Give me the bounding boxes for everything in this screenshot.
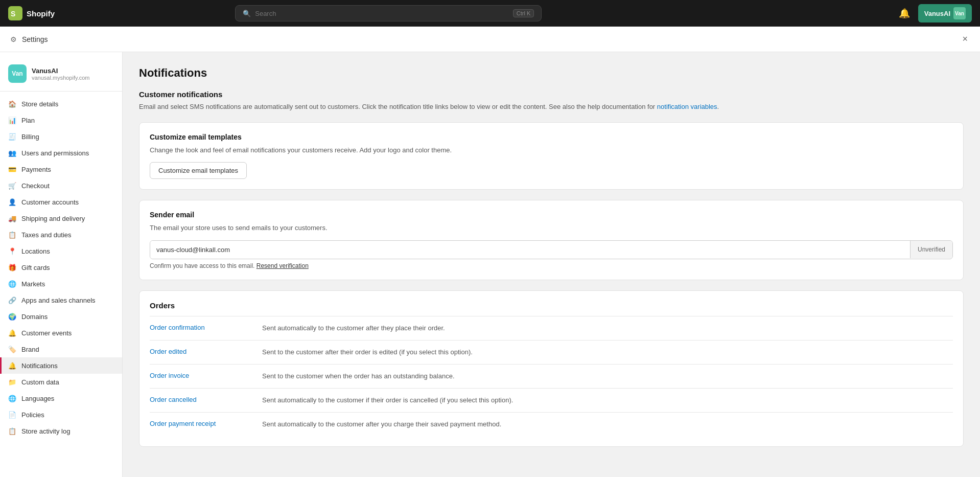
sidebar-item-languages[interactable]: 🌐 Languages bbox=[0, 390, 122, 406]
sidebar-item-plan[interactable]: 📊 Plan bbox=[0, 112, 122, 128]
resend-verification-link[interactable]: Resend verification bbox=[256, 262, 309, 269]
orders-section: Orders Order confirmation Sent automatic… bbox=[139, 290, 964, 447]
user-menu-button[interactable]: VanusAI Van bbox=[918, 4, 972, 22]
bell-icon: 🔔 bbox=[899, 8, 910, 18]
window-header: ⚙ Settings × bbox=[0, 27, 980, 52]
sidebar-item-brand[interactable]: 🏷️ Brand bbox=[0, 341, 122, 357]
domains-icon: 🌍 bbox=[8, 312, 16, 321]
svg-text:S: S bbox=[11, 10, 15, 18]
notifications-nav-icon: 🔔 bbox=[8, 361, 16, 370]
store-url: vanusal.myshopify.com bbox=[32, 75, 90, 81]
sidebar-item-customer-accounts[interactable]: 👤 Customer accounts bbox=[0, 194, 122, 210]
brand-icon: 🏷️ bbox=[8, 345, 16, 353]
close-button[interactable]: × bbox=[960, 34, 970, 44]
sidebar-item-billing[interactable]: 🧾 Billing bbox=[0, 128, 122, 145]
settings-gear-icon: ⚙ bbox=[10, 35, 17, 43]
search-shortcut-badge: Ctrl K bbox=[513, 9, 534, 17]
apps-icon: 🔗 bbox=[8, 296, 16, 304]
order-row-invoice: Order invoice Sent to the customer when … bbox=[150, 364, 953, 388]
sidebar-item-store-activity-log[interactable]: 📋 Store activity log bbox=[0, 423, 122, 439]
gift-cards-icon: 🎁 bbox=[8, 263, 16, 271]
users-icon: 👥 bbox=[8, 149, 16, 157]
policies-icon: 📄 bbox=[8, 411, 16, 419]
sidebar-item-locations[interactable]: 📍 Locations bbox=[0, 243, 122, 259]
customer-accounts-icon: 👤 bbox=[8, 198, 16, 206]
shopify-logo-icon: S bbox=[8, 6, 22, 20]
unverified-badge: Unverified bbox=[910, 241, 952, 258]
activity-log-icon: 📋 bbox=[8, 427, 16, 435]
plan-icon: 📊 bbox=[8, 116, 16, 124]
sidebar-item-payments[interactable]: 💳 Payments bbox=[0, 161, 122, 177]
order-row-edited: Order edited Sent to the customer after … bbox=[150, 340, 953, 364]
customer-notifications-heading: Customer notifications bbox=[139, 90, 964, 99]
customize-email-button[interactable]: Customize email templates bbox=[150, 162, 247, 179]
sidebar-item-gift-cards[interactable]: 🎁 Gift cards bbox=[0, 259, 122, 276]
sidebar-item-notifications[interactable]: 🔔 Notifications ④ bbox=[0, 357, 122, 374]
markets-icon: 🌐 bbox=[8, 280, 16, 288]
checkout-icon: 🛒 bbox=[8, 181, 16, 190]
email-input-wrapper: Unverified bbox=[150, 240, 953, 259]
sender-email-desc: The email your store uses to send emails… bbox=[150, 223, 953, 233]
order-cancelled-desc: Sent automatically to the customer if th… bbox=[262, 396, 513, 405]
order-confirmation-desc: Sent automatically to the customer after… bbox=[262, 324, 445, 333]
settings-window: ⚙ Settings × Van VanusAI vanusal.myshopi… bbox=[0, 27, 980, 477]
store-details: VanusAI vanusal.myshopify.com bbox=[32, 67, 90, 81]
order-edited-link[interactable]: Order edited bbox=[150, 348, 252, 355]
window-title: Settings bbox=[22, 35, 48, 43]
content-area: Van VanusAI vanusal.myshopify.com 🏠 Stor… bbox=[0, 52, 980, 477]
customer-notifications-desc: Email and select SMS notifications are a… bbox=[139, 102, 964, 112]
taxes-icon: 📋 bbox=[8, 231, 16, 239]
shopify-logo: S shopify bbox=[8, 6, 55, 20]
order-row-payment-receipt: Order payment receipt Sent automatically… bbox=[150, 412, 953, 436]
sender-email-card: Sender email The email your store uses t… bbox=[139, 200, 964, 280]
sidebar-item-apps-sales-channels[interactable]: 🔗 Apps and sales channels bbox=[0, 292, 122, 308]
shopify-wordmark: shopify bbox=[27, 9, 55, 18]
sidebar-item-users-permissions[interactable]: 👥 Users and permissions bbox=[0, 145, 122, 161]
locations-icon: 📍 bbox=[8, 247, 16, 255]
order-invoice-link[interactable]: Order invoice bbox=[150, 372, 252, 379]
sender-email-title: Sender email bbox=[150, 211, 953, 219]
order-payment-receipt-desc: Sent automatically to the customer after… bbox=[262, 420, 501, 429]
topnav-right: 🔔 VanusAI Van bbox=[897, 4, 972, 22]
order-cancelled-link[interactable]: Order cancelled bbox=[150, 396, 252, 403]
orders-heading: Orders bbox=[150, 301, 953, 310]
sidebar-item-taxes-duties[interactable]: 📋 Taxes and duties bbox=[0, 226, 122, 243]
payments-icon: 💳 bbox=[8, 165, 16, 173]
languages-icon: 🌐 bbox=[8, 394, 16, 402]
billing-icon: 🧾 bbox=[8, 132, 16, 141]
sidebar-item-checkout[interactable]: 🛒 Checkout bbox=[0, 177, 122, 194]
search-input[interactable] bbox=[255, 10, 509, 17]
main-content-panel: Notifications Customer notifications Ema… bbox=[123, 52, 980, 477]
sidebar-item-store-details[interactable]: 🏠 Store details bbox=[0, 96, 122, 112]
order-edited-desc: Sent to the customer after their order i… bbox=[262, 348, 473, 357]
sidebar-item-shipping-delivery[interactable]: 🚚 Shipping and delivery bbox=[0, 210, 122, 226]
customize-email-desc: Change the look and feel of email notifi… bbox=[150, 145, 953, 155]
search-icon: 🔍 bbox=[243, 10, 251, 17]
email-field[interactable] bbox=[150, 241, 910, 259]
order-row-cancelled: Order cancelled Sent automatically to th… bbox=[150, 388, 953, 412]
store-info: Van VanusAI vanusal.myshopify.com bbox=[0, 60, 122, 92]
notifications-bell-button[interactable]: 🔔 bbox=[897, 6, 912, 21]
sidebar-item-markets[interactable]: 🌐 Markets bbox=[0, 276, 122, 292]
sidebar-item-policies[interactable]: 📄 Policies bbox=[0, 406, 122, 423]
user-name-label: VanusAI bbox=[924, 10, 950, 17]
verify-text: Confirm you have access to this email. R… bbox=[150, 262, 953, 269]
customize-email-title: Customize email templates bbox=[150, 133, 953, 141]
search-container: 🔍 Ctrl K bbox=[235, 5, 542, 21]
order-payment-receipt-link[interactable]: Order payment receipt bbox=[150, 420, 252, 427]
sidebar-item-custom-data[interactable]: 📁 Custom data bbox=[0, 374, 122, 390]
sidebar-item-customer-events[interactable]: 🔔 Customer events bbox=[0, 325, 122, 341]
notification-variables-link[interactable]: notification variables bbox=[657, 103, 717, 110]
store-avatar: Van bbox=[8, 64, 27, 83]
avatar: Van bbox=[953, 7, 966, 19]
sidebar-item-domains[interactable]: 🌍 Domains bbox=[0, 308, 122, 325]
customer-notifications-intro: Customer notifications Email and select … bbox=[139, 90, 964, 112]
top-navigation: S shopify 🔍 Ctrl K 🔔 VanusAI Van bbox=[0, 0, 980, 27]
shipping-icon: 🚚 bbox=[8, 214, 16, 222]
custom-data-icon: 📁 bbox=[8, 378, 16, 386]
store-name: VanusAI bbox=[32, 67, 90, 75]
order-row-confirmation: Order confirmation Sent automatically to… bbox=[150, 316, 953, 340]
store-details-icon: 🏠 bbox=[8, 100, 16, 108]
order-confirmation-link[interactable]: Order confirmation bbox=[150, 324, 252, 331]
order-invoice-desc: Sent to the customer when the order has … bbox=[262, 372, 455, 381]
